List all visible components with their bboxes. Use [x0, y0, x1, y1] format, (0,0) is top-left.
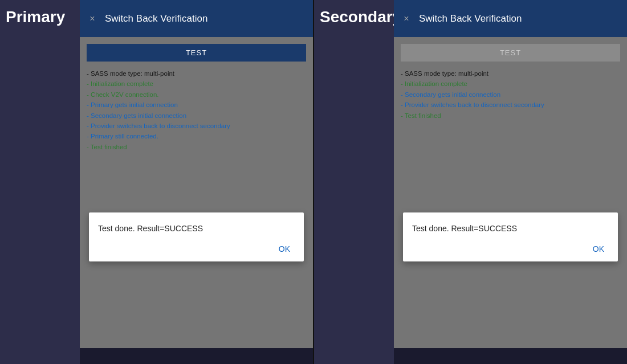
left-label-text: Primary — [6, 8, 65, 26]
left-dialog: Test done. Result=SUCCESS OK — [89, 212, 304, 261]
log-line: - Primary still connected. — [87, 131, 306, 141]
left-screen-header: × Switch Back Verification — [80, 0, 313, 37]
left-dialog-actions: OK — [98, 242, 295, 256]
log-line: - SASS mode type: multi-point — [401, 68, 620, 79]
right-close-icon[interactable]: × — [401, 13, 412, 24]
right-device-label: Secondary — [314, 0, 394, 364]
right-screen-content: TEST - SASS mode type: multi-point - Ini… — [394, 37, 627, 364]
log-line: - Initialization complete — [401, 79, 620, 89]
log-line: - Check V2V connection. — [87, 89, 306, 100]
right-dialog: Test done. Result=SUCCESS OK — [403, 212, 618, 261]
left-device-label: Primary — [0, 0, 80, 364]
log-line: - Secondary gets initial connection — [87, 111, 306, 121]
log-line: - Initialization complete — [87, 79, 306, 89]
left-log-area: - SASS mode type: multi-point - Initiali… — [87, 68, 306, 152]
left-close-icon[interactable]: × — [87, 13, 98, 24]
left-test-button[interactable]: TEST — [87, 44, 306, 62]
right-device-screen: × Switch Back Verification TEST - SASS m… — [394, 0, 627, 364]
right-device-panel: Secondary × Switch Back Verification TES… — [314, 0, 627, 364]
right-label-text: Secondary — [320, 8, 401, 26]
left-screen-content: TEST - SASS mode type: multi-point - Ini… — [80, 37, 313, 364]
right-screen-header: × Switch Back Verification — [394, 0, 627, 37]
right-log-area: - SASS mode type: multi-point - Initiali… — [401, 68, 620, 121]
left-device-screen: × Switch Back Verification TEST - SASS m… — [80, 0, 313, 364]
log-line: - Secondary gets initial connection — [401, 89, 620, 100]
log-line: - Test finished — [401, 111, 620, 121]
right-screen-title: Switch Back Verification — [419, 13, 522, 24]
log-line: - Provider switches back to disconnect s… — [401, 100, 620, 110]
left-dialog-ok-button[interactable]: OK — [274, 242, 295, 256]
right-test-button[interactable]: TEST — [401, 44, 620, 62]
left-screen-title: Switch Back Verification — [105, 13, 207, 24]
right-dialog-message: Test done. Result=SUCCESS — [412, 224, 609, 233]
right-bottom-bar — [394, 348, 627, 364]
right-dialog-ok-button[interactable]: OK — [588, 242, 609, 256]
left-device-panel: Primary × Switch Back Verification TEST … — [0, 0, 313, 364]
log-line: - SASS mode type: multi-point — [87, 68, 306, 79]
log-line: - Provider switches back to disconnect s… — [87, 121, 306, 131]
log-line: - Primary gets initial connection — [87, 100, 306, 110]
log-line: - Test finished — [87, 142, 306, 152]
left-dialog-message: Test done. Result=SUCCESS — [98, 224, 295, 233]
left-bottom-bar — [80, 348, 313, 364]
right-dialog-actions: OK — [412, 242, 609, 256]
